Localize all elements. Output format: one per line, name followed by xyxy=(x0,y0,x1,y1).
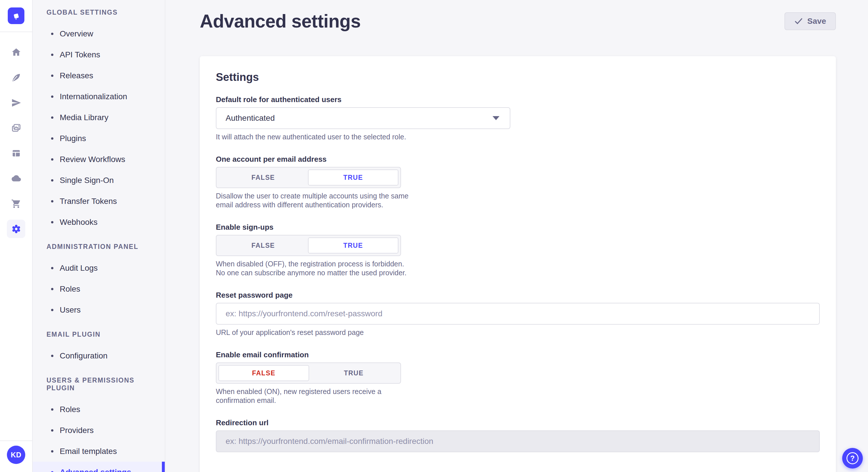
bullet-icon xyxy=(51,74,53,77)
sidebar-item-audit-logs[interactable]: Audit Logs xyxy=(33,258,165,278)
toggle-option-true[interactable]: TRUE xyxy=(309,365,399,381)
bullet-icon xyxy=(51,288,53,290)
media-images-icon[interactable] xyxy=(3,115,29,140)
sidebar-item-internationalization[interactable]: Internationalization xyxy=(33,86,165,107)
layout-window-icon[interactable] xyxy=(3,140,29,166)
strapi-logo[interactable] xyxy=(8,7,24,24)
redirection-url-input[interactable] xyxy=(216,430,820,452)
sidebar-item-email-configuration[interactable]: Configuration xyxy=(33,345,165,366)
field-reset-password-page: Reset password page URL of your applicat… xyxy=(216,291,820,337)
bullet-icon xyxy=(51,116,53,119)
settings-heading: Settings xyxy=(216,71,820,83)
sidebar-item-admin-users[interactable]: Users xyxy=(33,299,165,320)
question-mark-icon: ? xyxy=(846,452,859,464)
sidebar-item-plugins[interactable]: Plugins xyxy=(33,128,165,149)
field-label: One account per email address xyxy=(216,155,820,164)
field-label: Enable email confirmation xyxy=(216,350,820,359)
bullet-icon xyxy=(51,450,53,452)
toggle-option-false[interactable]: FALSE xyxy=(218,169,308,186)
bullet-icon xyxy=(51,179,53,181)
field-enable-email-confirmation: Enable email confirmation FALSE TRUE Whe… xyxy=(216,350,820,405)
sidebar-item-api-tokens[interactable]: API Tokens xyxy=(33,44,165,65)
reset-password-input[interactable] xyxy=(216,303,820,325)
bullet-icon xyxy=(51,33,53,35)
bullet-icon xyxy=(51,267,53,269)
rail-nav xyxy=(3,32,29,241)
email-confirmation-toggle: FALSE TRUE xyxy=(216,363,401,384)
toggle-option-false[interactable]: FALSE xyxy=(218,365,309,381)
sidebar-item-email-templates[interactable]: Email templates xyxy=(33,441,165,462)
section-title: EMAIL PLUGIN xyxy=(33,331,165,338)
field-default-role: Default role for authenticated users Aut… xyxy=(216,95,820,141)
app-screen: KD GLOBAL SETTINGS Overview API Tokens R… xyxy=(0,0,868,472)
settings-gear-icon xyxy=(11,224,21,234)
sidebar-item-single-sign-on[interactable]: Single Sign-On xyxy=(33,170,165,191)
chevron-down-icon xyxy=(493,116,499,120)
sidebar-item-webhooks[interactable]: Webhooks xyxy=(33,212,165,233)
sidebar-item-releases[interactable]: Releases xyxy=(33,65,165,86)
field-hint: When enabled (ON), new registered users … xyxy=(216,387,414,405)
bullet-icon xyxy=(51,408,53,411)
sidebar-item-up-roles[interactable]: Roles xyxy=(33,399,165,420)
toggle-option-true[interactable]: TRUE xyxy=(308,169,399,186)
save-button-label: Save xyxy=(807,16,826,26)
bullet-icon xyxy=(51,158,53,161)
settings-sidebar: GLOBAL SETTINGS Overview API Tokens Rele… xyxy=(33,0,165,472)
select-value: Authenticated xyxy=(226,113,275,123)
section-title: GLOBAL SETTINGS xyxy=(33,9,165,16)
sign-ups-toggle: FALSE TRUE xyxy=(216,235,401,256)
save-button[interactable]: Save xyxy=(784,12,836,30)
field-hint: When disabled (OFF), the registration pr… xyxy=(216,260,414,277)
logo-section xyxy=(0,0,32,32)
settings-active-tile xyxy=(7,220,25,238)
field-label: Reset password page xyxy=(216,291,820,300)
page-header: Advanced settings Save xyxy=(200,11,836,32)
one-account-toggle: FALSE TRUE xyxy=(216,167,401,188)
sidebar-item-media-library[interactable]: Media Library xyxy=(33,107,165,128)
bullet-icon xyxy=(51,221,53,224)
section-email-plugin: EMAIL PLUGIN Configuration xyxy=(33,331,165,366)
main-content: Advanced settings Save Settings Default … xyxy=(165,0,868,472)
cloud-icon[interactable] xyxy=(3,166,29,191)
field-hint: URL of your application's reset password… xyxy=(216,328,820,337)
toggle-option-true[interactable]: TRUE xyxy=(308,237,399,254)
page-title: Advanced settings xyxy=(200,11,361,32)
send-plane-icon[interactable] xyxy=(3,90,29,115)
field-one-account-per-email: One account per email address FALSE TRUE… xyxy=(216,155,820,209)
sidebar-item-transfer-tokens[interactable]: Transfer Tokens xyxy=(33,191,165,212)
strapi-logo-icon xyxy=(11,11,21,21)
rail-divider xyxy=(0,440,32,441)
user-avatar[interactable]: KD xyxy=(7,446,25,464)
bullet-icon xyxy=(51,200,53,202)
home-icon[interactable] xyxy=(3,40,29,65)
sidebar-item-admin-roles[interactable]: Roles xyxy=(33,278,165,299)
sidebar-item-overview[interactable]: Overview xyxy=(33,23,165,44)
default-role-select[interactable]: Authenticated xyxy=(216,107,510,129)
sidebar-item-up-providers[interactable]: Providers xyxy=(33,420,165,441)
bullet-icon xyxy=(51,355,53,357)
content-feather-icon[interactable] xyxy=(3,65,29,90)
help-button[interactable]: ? xyxy=(842,448,863,469)
field-hint: It will attach the new authenticated use… xyxy=(216,133,820,141)
field-hint: Disallow the user to create multiple acc… xyxy=(216,192,414,209)
toggle-option-false[interactable]: FALSE xyxy=(218,237,308,254)
field-label: Enable sign-ups xyxy=(216,223,820,232)
bullet-icon xyxy=(51,54,53,56)
bullet-icon xyxy=(51,309,53,311)
sidebar-item-review-workflows[interactable]: Review Workflows xyxy=(33,149,165,170)
field-label: Redirection url xyxy=(216,418,820,427)
settings-gear-button[interactable] xyxy=(3,216,29,241)
bullet-icon xyxy=(51,96,53,98)
section-users-permissions-plugin: USERS & PERMISSIONS PLUGIN Roles Provide… xyxy=(33,376,165,472)
field-label: Default role for authenticated users xyxy=(216,95,820,104)
settings-card: Settings Default role for authenticated … xyxy=(200,56,836,472)
sidebar-item-advanced-settings[interactable]: Advanced settings xyxy=(33,462,165,472)
marketplace-cart-icon[interactable] xyxy=(3,191,29,216)
rail-bottom: KD xyxy=(0,440,32,472)
check-icon xyxy=(794,17,803,26)
section-title: ADMINISTRATION PANEL xyxy=(33,243,165,250)
bullet-icon xyxy=(51,471,53,472)
bullet-icon xyxy=(51,137,53,140)
field-enable-sign-ups: Enable sign-ups FALSE TRUE When disabled… xyxy=(216,223,820,277)
icon-rail: KD xyxy=(0,0,33,472)
